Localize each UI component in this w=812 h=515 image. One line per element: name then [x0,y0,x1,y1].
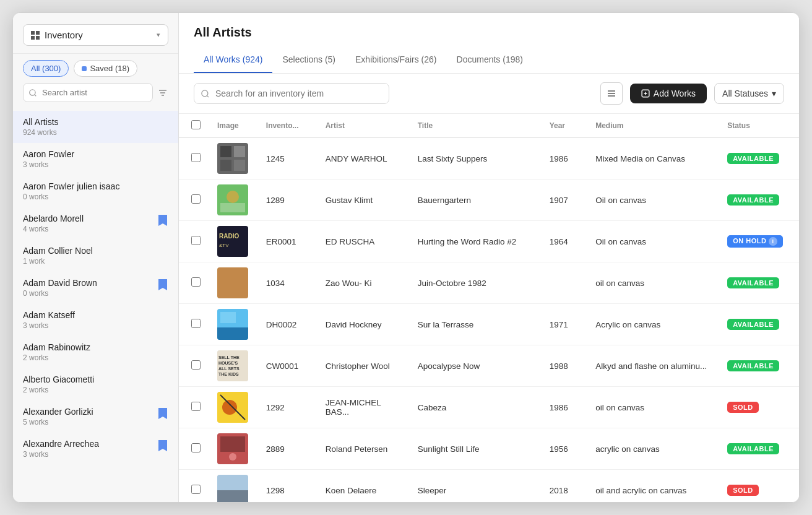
list-item[interactable]: Alexandre Arrechea 3 works [13,433,178,465]
artwork-image-cell [210,387,259,428]
search-artist-input[interactable] [23,83,153,102]
artist-info-all: All Artists 924 works [23,117,59,137]
col-year: Year [542,114,589,138]
status-badge: AVAILABLE [727,277,779,288]
artwork-image-cell [210,470,259,503]
filter-saved-button[interactable]: Saved (18) [74,60,137,77]
svg-rect-34 [220,436,245,452]
row-checkbox[interactable] [191,402,201,411]
table-row: 1034 Zao Wou- Ki Juin-Octobre 1982 oil o… [179,262,799,304]
search-inventory-input[interactable] [194,83,389,104]
artwork-image-cell [210,138,259,180]
row-checkbox[interactable] [191,360,201,370]
medium-cell: Acrylic on canvas [588,304,720,345]
inventory-id-cell: 1289 [259,180,318,221]
saved-dot-icon [82,66,87,71]
row-checkbox[interactable] [191,443,201,452]
year-cell: 1956 [542,428,589,470]
status-badge: AVAILABLE [727,153,779,164]
artist-item-all[interactable]: All Artists 924 works [13,111,178,143]
tab-selections[interactable]: Selections (5) [272,50,345,73]
page-title: All Artists [194,25,784,40]
artwork-image-cell [210,304,259,345]
svg-rect-17 [217,226,248,257]
row-checkbox[interactable] [191,236,201,245]
svg-point-35 [229,453,236,461]
tab-exhibitions[interactable]: Exhibitions/Fairs (26) [345,50,447,73]
list-item[interactable]: Alberto Giacometti 2 works [13,368,178,400]
year-cell [542,262,589,304]
status-dropdown[interactable]: All Statuses ▾ [714,83,784,104]
artwork-thumb [217,433,248,464]
svg-text:&TV: &TV [219,243,229,248]
title-cell: Last Sixty Suppers [410,138,542,180]
add-works-label: Add Works [654,89,696,98]
list-item[interactable]: Alexander Gorlizki 5 works [13,400,178,433]
status-dropdown-label: All Statuses [722,89,768,98]
checkbox-cell [179,428,210,470]
year-cell: 1964 [542,221,589,262]
sidebar-header: Inventory ▾ [13,13,178,54]
row-checkbox[interactable] [191,277,201,287]
sidebar-filters: All (300) Saved (18) [13,54,178,83]
medium-cell: oil and acrylic on canvas [588,470,720,503]
search-inventory-wrap [194,83,389,104]
col-image: Image [210,114,259,138]
row-checkbox[interactable] [191,194,201,204]
status-badge: ON HOLD i [727,235,783,248]
bookmark-icon [158,440,168,452]
list-item[interactable]: Aaron Fowler julien isaac 0 works [13,175,178,207]
status-cell: AVAILABLE [720,138,799,180]
list-view-button[interactable] [600,82,623,105]
main-header: All Artists All Works (924) Selections (… [179,13,799,74]
select-all-checkbox[interactable] [191,120,201,129]
tab-all-works[interactable]: All Works (924) [194,50,272,73]
artwork-thumb [217,309,248,340]
artwork-image-cell [210,180,259,221]
list-item[interactable]: Adam Rabinowitz 2 works [13,336,178,368]
list-item[interactable]: Adam Collier Noel 1 work [13,240,178,272]
status-badge: AVAILABLE [727,319,779,330]
sidebar: Inventory ▾ All (300) Saved (18) All Art… [13,13,179,502]
main-content: All Artists All Works (924) Selections (… [179,13,799,502]
artwork-thumb: RADIO&TV [217,226,248,257]
row-checkbox[interactable] [191,485,201,494]
status-cell: SOLD [720,470,799,503]
checkbox-cell [179,262,210,304]
artwork-thumb [217,184,248,215]
artwork-image-cell: RADIO&TV [210,221,259,262]
checkbox-cell [179,138,210,180]
list-item[interactable]: Adam Katseff 3 works [13,304,178,336]
row-checkbox[interactable] [191,319,201,328]
medium-cell: Alkyd and flashe on aluminu... [588,345,720,387]
status-cell: ON HOLD i [720,221,799,262]
artist-list: All Artists 924 works Aaron Fowler 3 wor… [13,108,178,502]
list-item[interactable]: Abelardo Morell 4 works [13,207,178,240]
svg-rect-11 [234,146,245,157]
inventory-dropdown[interactable]: Inventory ▾ [23,24,168,46]
status-cell: AVAILABLE [720,304,799,345]
medium-cell: acrylic on canvas [588,428,720,470]
status-cell: AVAILABLE [720,428,799,470]
medium-cell: Oil on canvas [588,180,720,221]
all-artists-count: 924 works [23,128,59,137]
list-item[interactable]: Adam David Brown 0 works [13,272,178,304]
tab-documents[interactable]: Documents (198) [447,50,533,73]
list-item[interactable]: Aaron Fowler 3 works [13,143,178,175]
svg-point-15 [227,191,239,203]
row-checkbox[interactable] [191,153,201,162]
year-cell: 2018 [542,470,589,503]
status-cell: AVAILABLE [720,180,799,221]
artist-cell: Zao Wou- Ki [318,262,410,304]
medium-cell: oil on canvas [588,262,720,304]
svg-rect-23 [217,327,248,340]
filter-all-button[interactable]: All (300) [23,60,69,77]
medium-cell: oil on canvas [588,387,720,428]
grid-icon [31,31,40,40]
artist-cell: ED RUSCHA [318,221,410,262]
dropdown-chevron-icon: ▾ [157,31,160,39]
checkbox-cell [179,180,210,221]
add-works-button[interactable]: Add Works [630,84,707,103]
col-checkbox [179,114,210,138]
filter-icon[interactable] [157,86,168,100]
